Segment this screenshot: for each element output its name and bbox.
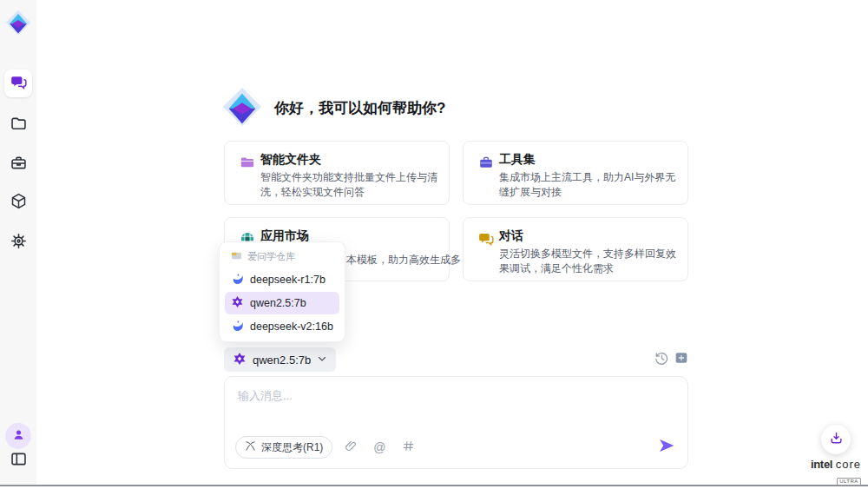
send-button[interactable] bbox=[657, 438, 676, 457]
download-button[interactable] bbox=[821, 425, 851, 454]
deepseek-icon bbox=[231, 319, 244, 334]
toolbox-icon bbox=[478, 155, 494, 170]
card-smart-folder[interactable]: 智能文件夹 智能文件夹功能支持批量文件上传与清洗，轻松实现文件问答 bbox=[224, 141, 450, 205]
attach-file-button[interactable] bbox=[340, 437, 361, 458]
model-group-header: 爱问学仓库 bbox=[220, 248, 345, 268]
greeting-title: 你好，我可以如何帮助你? bbox=[274, 98, 445, 118]
model-selector[interactable]: qwen2.5:7b bbox=[224, 347, 336, 372]
chevron-down-icon bbox=[317, 354, 327, 367]
chat-bubbles-icon bbox=[10, 74, 27, 94]
sidebar-item-settings[interactable] bbox=[7, 231, 30, 254]
model-group-label: 爱问学仓库 bbox=[247, 250, 295, 263]
gold-chat-icon bbox=[478, 231, 494, 247]
app-logo[interactable] bbox=[4, 10, 32, 38]
sidebar-item-toolbox[interactable] bbox=[7, 153, 30, 175]
repository-icon bbox=[231, 250, 242, 263]
sidebar-item-folders[interactable] bbox=[7, 114, 30, 136]
download-tray-icon bbox=[829, 431, 844, 449]
deep-think-icon bbox=[245, 440, 256, 454]
diamond-logo-icon bbox=[5, 10, 31, 39]
model-option-deepseek-r1[interactable]: deepseek-r1:7b bbox=[225, 268, 339, 291]
new-chat-button[interactable] bbox=[673, 351, 690, 368]
model-dropdown: 爱问学仓库 deepseek-r1:7b qwen2.5:7b deepseek… bbox=[220, 242, 345, 341]
panel-layout-icon bbox=[10, 450, 28, 472]
message-composer: 深度思考(R1) @ bbox=[224, 376, 688, 469]
card-title: 对话 bbox=[499, 228, 523, 244]
card-description: 灵活切换多模型文件，支持多样回复效果调试，满足个性化需求 bbox=[499, 247, 678, 276]
deep-think-label: 深度思考(R1) bbox=[261, 440, 323, 455]
card-description: 智能文件夹功能支持批量文件上传与清洗，轻松实现文件问答 bbox=[260, 170, 439, 200]
gear-icon bbox=[10, 232, 28, 254]
folder-icon bbox=[10, 115, 28, 136]
deepseek-icon bbox=[231, 272, 244, 287]
window-bottom-border bbox=[0, 485, 868, 486]
user-icon bbox=[11, 427, 26, 446]
sidebar bbox=[0, 0, 36, 486]
core-wordmark: core bbox=[836, 458, 861, 471]
card-dialogue[interactable]: 对话 灵活切换多模型文件，支持多样回复效果调试，满足个性化需求 bbox=[463, 217, 688, 281]
model-option-label: deepseek-r1:7b bbox=[250, 274, 326, 286]
model-option-label: qwen2.5:7b bbox=[250, 297, 306, 309]
card-toolset[interactable]: 工具集 集成市场上主流工具，助力AI与外界无缝扩展与对接 bbox=[463, 141, 688, 205]
qwen-icon bbox=[233, 352, 247, 368]
sidebar-item-models[interactable] bbox=[7, 191, 30, 214]
sidebar-item-chat[interactable] bbox=[4, 69, 32, 97]
greeting-logo-icon bbox=[222, 87, 262, 127]
card-title: 工具集 bbox=[499, 152, 536, 168]
paperclip-icon bbox=[345, 439, 358, 455]
purple-folder-icon bbox=[240, 155, 255, 170]
mention-button[interactable]: @ bbox=[369, 437, 390, 458]
card-title: 智能文件夹 bbox=[260, 152, 321, 168]
at-sign-icon: @ bbox=[373, 440, 385, 454]
hash-grid-icon bbox=[402, 439, 415, 455]
card-description: 集成市场上主流工具，助力AI与外界无缝扩展与对接 bbox=[499, 170, 678, 200]
model-selector-value: qwen2.5:7b bbox=[253, 354, 311, 367]
model-option-label: deepseek-v2:16b bbox=[250, 320, 333, 333]
briefcase-icon bbox=[10, 154, 28, 175]
history-button[interactable] bbox=[653, 351, 670, 368]
history-clock-icon bbox=[654, 351, 669, 369]
intel-wordmark: intel bbox=[811, 458, 832, 471]
plus-square-icon bbox=[674, 351, 688, 368]
sidebar-item-account[interactable] bbox=[5, 423, 31, 449]
deep-think-button[interactable]: 深度思考(R1) bbox=[235, 436, 332, 459]
model-option-deepseek-v2[interactable]: deepseek-v2:16b bbox=[225, 315, 339, 338]
composer-toolbar: 深度思考(R1) @ bbox=[235, 436, 418, 459]
prompt-template-button[interactable] bbox=[398, 437, 418, 458]
intel-core-logo: intel core ultra bbox=[807, 458, 865, 486]
message-input[interactable] bbox=[225, 377, 687, 433]
sidebar-item-collapse[interactable] bbox=[7, 449, 30, 472]
model-option-qwen[interactable]: qwen2.5:7b bbox=[225, 292, 339, 314]
send-arrow-icon bbox=[658, 437, 675, 458]
qwen-icon bbox=[231, 295, 244, 311]
cube-icon bbox=[10, 192, 28, 214]
card-description-partial: 本模板，助力高效生成多 bbox=[346, 253, 461, 268]
